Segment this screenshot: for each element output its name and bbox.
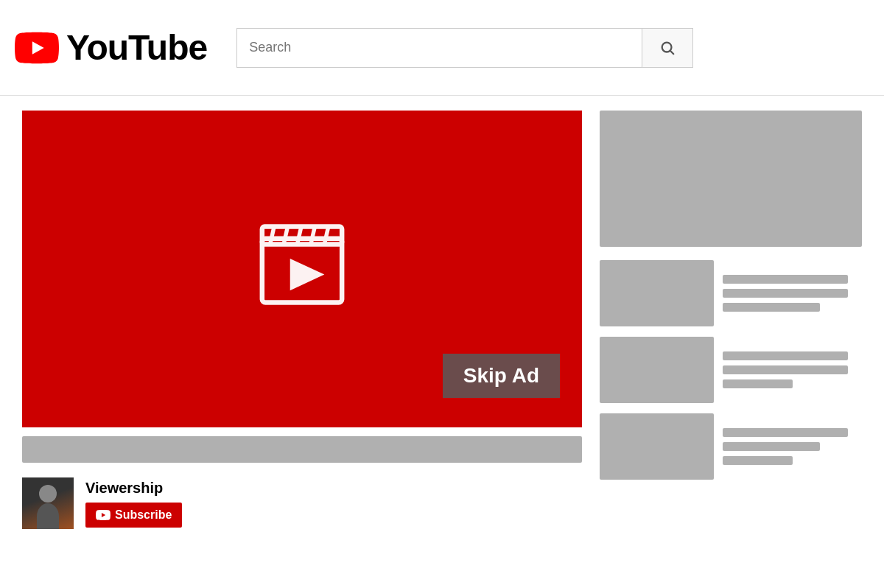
recommended-list bbox=[600, 260, 862, 480]
search-button[interactable] bbox=[642, 28, 693, 68]
rec-title-line1 bbox=[723, 351, 848, 360]
search-icon bbox=[659, 40, 676, 56]
rec-title-line3 bbox=[723, 456, 793, 465]
subscribe-label: Subscribe bbox=[115, 508, 172, 522]
skip-ad-button[interactable]: Skip Ad bbox=[443, 354, 560, 398]
subscribe-yt-icon bbox=[96, 510, 110, 520]
svg-line-7 bbox=[311, 227, 315, 245]
right-column bbox=[600, 111, 862, 573]
film-clapper-icon bbox=[254, 214, 350, 310]
main-content: Skip Ad Viewership Subscribe bbox=[0, 96, 884, 588]
rec-meta bbox=[723, 413, 862, 480]
channel-row: Viewership Subscribe bbox=[22, 472, 582, 535]
svg-line-6 bbox=[298, 227, 301, 245]
logo-text: YouTube bbox=[66, 27, 207, 68]
banner-advertisement bbox=[600, 111, 862, 247]
rec-thumbnail bbox=[600, 337, 714, 403]
svg-line-1 bbox=[670, 51, 673, 54]
rec-thumbnail bbox=[600, 260, 714, 326]
rec-item[interactable] bbox=[600, 413, 862, 480]
svg-marker-9 bbox=[290, 259, 325, 290]
channel-info: Viewership Subscribe bbox=[85, 480, 182, 528]
rec-meta bbox=[723, 337, 862, 403]
subscribe-button[interactable]: Subscribe bbox=[85, 503, 182, 528]
svg-line-5 bbox=[284, 227, 287, 245]
rec-item[interactable] bbox=[600, 337, 862, 403]
rec-title-line2 bbox=[723, 442, 820, 451]
video-player[interactable]: Skip Ad bbox=[22, 111, 582, 427]
rec-meta bbox=[723, 260, 862, 326]
logo-area: YouTube bbox=[15, 26, 207, 70]
rec-title-line3 bbox=[723, 303, 820, 312]
video-icon bbox=[254, 214, 350, 313]
channel-avatar bbox=[22, 477, 74, 529]
svg-line-4 bbox=[270, 227, 274, 245]
video-progress-bar[interactable] bbox=[22, 436, 582, 463]
rec-title-line2 bbox=[723, 365, 848, 374]
rec-item[interactable] bbox=[600, 260, 862, 326]
left-column: Skip Ad Viewership Subscribe bbox=[22, 111, 582, 573]
rec-title-line1 bbox=[723, 275, 848, 284]
search-area bbox=[236, 28, 693, 68]
youtube-logo-icon bbox=[15, 26, 59, 70]
rec-title-line2 bbox=[723, 289, 848, 298]
rec-title-line3 bbox=[723, 379, 793, 388]
svg-line-8 bbox=[324, 227, 328, 245]
search-input[interactable] bbox=[236, 28, 642, 68]
rec-thumbnail bbox=[600, 413, 714, 480]
channel-name: Viewership bbox=[85, 480, 182, 497]
header: YouTube bbox=[0, 0, 884, 96]
rec-title-line1 bbox=[723, 428, 848, 437]
